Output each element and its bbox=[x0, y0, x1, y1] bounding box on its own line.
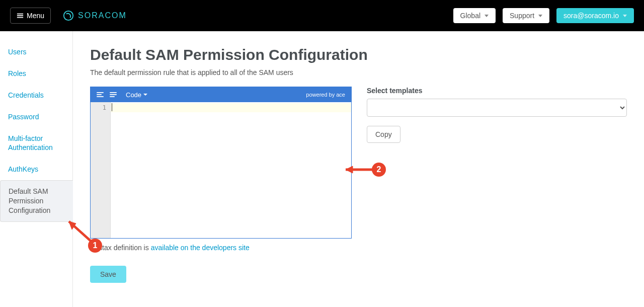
menu-button[interactable]: Menu bbox=[10, 8, 51, 24]
header-left: Menu SORACOM bbox=[10, 8, 127, 24]
align-justify-icon[interactable] bbox=[110, 91, 118, 99]
app-header: Menu SORACOM Global Support sora@soracom… bbox=[0, 0, 644, 31]
content-columns: Code powered by ace 1 bbox=[90, 87, 627, 283]
editor-gutter: 1 bbox=[91, 102, 111, 238]
global-dropdown[interactable]: Global bbox=[453, 8, 496, 23]
sidebar-item-authkeys[interactable]: AuthKeys bbox=[0, 159, 72, 180]
soracom-icon bbox=[63, 10, 74, 21]
editor-toolbar: Code powered by ace bbox=[91, 87, 351, 102]
main-content: Default SAM Permission Configuration The… bbox=[73, 31, 644, 307]
page-subtitle: The default permission rule that is appl… bbox=[90, 68, 627, 76]
editor-body[interactable]: 1 bbox=[91, 102, 351, 238]
header-right: Global Support sora@soracom.io bbox=[453, 8, 634, 23]
editor-column: Code powered by ace 1 bbox=[90, 87, 352, 283]
support-dropdown[interactable]: Support bbox=[503, 8, 549, 23]
caret-down-icon bbox=[485, 15, 489, 17]
copy-button[interactable]: Copy bbox=[367, 126, 400, 143]
active-line-highlight bbox=[111, 103, 351, 112]
align-left-icon[interactable] bbox=[97, 91, 105, 99]
templates-select[interactable] bbox=[367, 99, 627, 117]
code-dropdown[interactable]: Code bbox=[126, 91, 147, 99]
account-email: sora@soracom.io bbox=[564, 12, 619, 20]
sidebar-item-credentials[interactable]: Credentials bbox=[0, 85, 72, 106]
svg-point-0 bbox=[64, 11, 73, 20]
main-container: Users Roles Credentials Password Multi-f… bbox=[0, 31, 644, 307]
caret-down-icon bbox=[143, 94, 147, 96]
global-label: Global bbox=[460, 12, 480, 20]
powered-by-label: powered by ace bbox=[306, 92, 345, 98]
code-textarea[interactable] bbox=[111, 102, 351, 238]
sidebar-item-users[interactable]: Users bbox=[0, 41, 72, 63]
brand-logo[interactable]: SORACOM bbox=[63, 10, 127, 21]
sidebar: Users Roles Credentials Password Multi-f… bbox=[0, 31, 73, 307]
syntax-note: Syntax definition is available on the de… bbox=[90, 244, 352, 252]
caret-down-icon bbox=[623, 15, 627, 17]
code-dropdown-label: Code bbox=[126, 91, 141, 99]
code-editor[interactable]: Code powered by ace 1 bbox=[90, 87, 352, 239]
save-button[interactable]: Save bbox=[90, 266, 126, 283]
editor-cursor bbox=[112, 103, 112, 111]
brand-text: SORACOM bbox=[78, 11, 127, 20]
account-dropdown[interactable]: sora@soracom.io bbox=[556, 8, 634, 23]
line-number: 1 bbox=[91, 103, 110, 112]
syntax-note-prefix: Syntax definition is bbox=[90, 244, 151, 252]
syntax-developers-link[interactable]: available on the developers site bbox=[151, 244, 250, 252]
templates-column: Select templates Copy bbox=[367, 87, 627, 143]
sidebar-item-default-sam[interactable]: Default SAM Permission Configuration bbox=[0, 180, 73, 222]
page-title: Default SAM Permission Configuration bbox=[90, 46, 627, 63]
sidebar-item-mfa[interactable]: Multi-factor Authentication bbox=[0, 128, 72, 159]
templates-label: Select templates bbox=[367, 87, 627, 95]
caret-down-icon bbox=[538, 15, 542, 17]
hamburger-icon bbox=[17, 12, 24, 19]
support-label: Support bbox=[510, 12, 534, 20]
sidebar-item-roles[interactable]: Roles bbox=[0, 63, 72, 85]
sidebar-item-password[interactable]: Password bbox=[0, 106, 72, 128]
menu-button-label: Menu bbox=[27, 12, 44, 20]
